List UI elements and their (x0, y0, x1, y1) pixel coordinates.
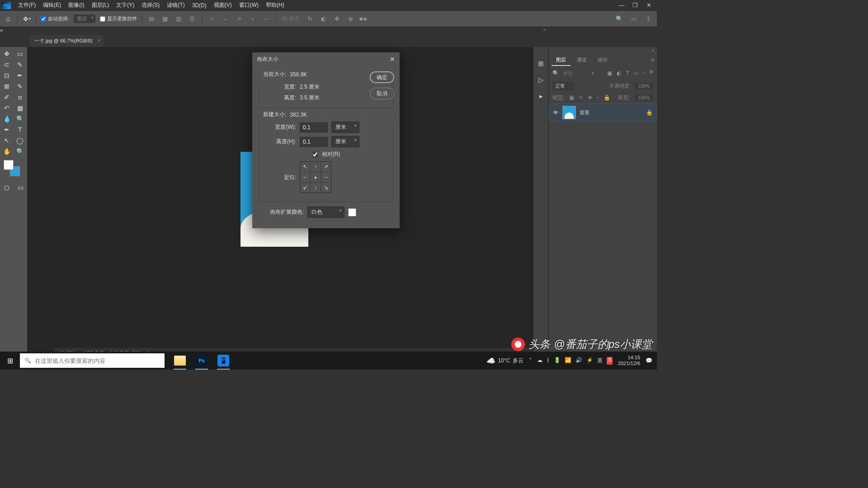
weather-widget[interactable]: ☁️ 10°C 多云 (486, 357, 524, 365)
zoom-tool-icon[interactable]: 🔍 (14, 146, 26, 156)
3d-camera-icon[interactable]: ■► (359, 14, 369, 24)
lock-icon[interactable]: 🔒 (646, 109, 653, 116)
gradient-tool-icon[interactable]: ▦ (14, 103, 26, 113)
menu-3d[interactable]: 3D(D) (189, 1, 210, 10)
menu-select[interactable]: 选择(S) (138, 0, 163, 10)
lasso-tool-icon[interactable]: ⊂ (1, 60, 13, 70)
lock-all-icon[interactable]: 🔒 (604, 94, 610, 101)
pen-tool-icon[interactable]: ✒ (1, 125, 13, 135)
search-input[interactable] (35, 357, 160, 364)
power-icon[interactable]: ⚡ (586, 357, 593, 365)
libraries-icon[interactable]: ⊞ (538, 60, 544, 68)
auto-select-target[interactable]: 图层 (74, 14, 95, 23)
layer-thumbnail[interactable] (562, 106, 576, 119)
start-button[interactable]: ⊞ (0, 352, 20, 370)
more-options-icon[interactable]: ⋯ (262, 14, 272, 24)
menu-help[interactable]: 帮助(H) (262, 0, 288, 10)
lock-artboard-icon[interactable]: ▫ (597, 94, 599, 101)
phone-link-app[interactable]: 📱 (213, 352, 233, 370)
show-transform-checkbox[interactable]: 显示变换控件 (100, 15, 137, 22)
align-justify-icon[interactable]: ☰ (187, 14, 197, 24)
windows-search[interactable]: 🔍 (20, 353, 165, 368)
ime-indicator[interactable]: 英 (597, 357, 603, 365)
auto-select-checkbox[interactable]: 自动选择: (41, 15, 69, 22)
distribute-icon[interactable]: ⫞ (247, 14, 257, 24)
frame-tool-icon[interactable]: ⊠ (1, 81, 13, 91)
align-middle-icon[interactable]: ⫠ (220, 14, 230, 24)
align-right-icon[interactable]: ▥ (174, 14, 184, 24)
type-tool-icon[interactable]: T (14, 125, 26, 135)
share-icon[interactable]: ⇪ (643, 14, 653, 24)
battery-icon[interactable]: 🔋 (554, 357, 561, 365)
bluetooth-icon[interactable]: ᛒ (547, 357, 550, 365)
anchor-s[interactable]: ↓ (311, 183, 321, 192)
panel-collapse-icon[interactable]: « (543, 27, 546, 32)
menu-type[interactable]: 文字(Y) (113, 0, 138, 10)
lock-pixels-icon[interactable]: ▣ (569, 94, 574, 101)
anchor-n[interactable]: ↑ (311, 162, 321, 172)
3d-roll-icon[interactable]: ◐ (318, 14, 328, 24)
tab-paths[interactable]: 路径 (593, 55, 612, 66)
workspace-icon[interactable]: ▭ (629, 14, 639, 24)
anchor-sw[interactable]: ↙ (300, 183, 310, 192)
menu-view[interactable]: 视图(V) (210, 0, 236, 10)
hand-tool-icon[interactable]: ✋ (1, 146, 13, 156)
eyedropper-tool-icon[interactable]: ✒ (14, 70, 26, 80)
path-select-icon[interactable]: ↖ (1, 136, 13, 145)
filter-adjust-icon[interactable]: ◐ (617, 70, 621, 76)
height-unit-select[interactable]: 厘米 (331, 136, 359, 147)
layer-row[interactable]: 👁 背景 🔒 (549, 103, 657, 122)
cancel-button[interactable]: 取消 (370, 88, 394, 99)
menu-file[interactable]: 文件(F) (14, 0, 39, 10)
layer-name[interactable]: 背景 (580, 109, 590, 116)
color-swatches[interactable] (1, 159, 26, 179)
visibility-icon[interactable]: 👁 (553, 109, 559, 116)
3d-pan-icon[interactable]: ✥ (332, 14, 342, 24)
notifications-icon[interactable]: 💬 (646, 357, 652, 364)
align-bottom-icon[interactable]: ⫡ (234, 14, 244, 24)
tab-chevron-icon[interactable]: « (0, 27, 657, 33)
wifi-icon[interactable]: 📶 (565, 357, 571, 365)
align-left-icon[interactable]: ▤ (146, 14, 156, 24)
file-explorer-app[interactable] (170, 352, 190, 370)
menu-filter[interactable]: 滤镜(T) (163, 0, 188, 10)
width-input[interactable] (300, 122, 328, 132)
dialog-close-icon[interactable]: ✕ (390, 56, 395, 63)
tab-channels[interactable]: 通道 (572, 55, 591, 66)
history-brush-icon[interactable]: ↶ (1, 103, 13, 113)
home-icon[interactable]: ⌂ (4, 14, 13, 23)
history-icon[interactable]: ▸ (539, 92, 543, 100)
dodge-tool-icon[interactable]: 🔍 (14, 114, 26, 124)
panel-menu-icon[interactable]: ≡ (651, 57, 654, 63)
filter-pixel-icon[interactable]: ▣ (607, 70, 612, 76)
tab-layers[interactable]: 图层 (552, 55, 571, 66)
screen-mode-icon[interactable]: ▭ (14, 183, 26, 192)
blur-tool-icon[interactable]: 💧 (1, 114, 13, 124)
filter-shape-icon[interactable]: ▭ (634, 70, 639, 76)
anchor-e[interactable]: → (321, 172, 331, 182)
anchor-c[interactable]: ● (311, 172, 321, 182)
tray-chevron-icon[interactable]: ˄ (529, 357, 532, 364)
onedrive-icon[interactable]: ☁ (537, 357, 542, 365)
clock[interactable]: 14:15 2021/12/6 (618, 355, 640, 366)
quick-select-tool-icon[interactable]: ✎ (14, 60, 26, 70)
window-restore-icon[interactable]: ❐ (629, 1, 642, 10)
lock-pos-icon[interactable]: ✥ (588, 94, 592, 101)
move-tool-icon[interactable]: ✥ (1, 49, 13, 59)
crop-tool-icon[interactable]: ⊡ (1, 70, 13, 80)
blend-mode-select[interactable]: 正常 (552, 82, 574, 90)
extension-color-swatch[interactable] (348, 208, 356, 216)
move-tool-icon[interactable]: ✥▾ (22, 14, 31, 23)
actions-icon[interactable]: ▷ (538, 76, 544, 84)
filter-toggle[interactable] (650, 70, 653, 74)
anchor-nw[interactable]: ↖ (300, 162, 310, 172)
window-minimize-icon[interactable]: — (615, 1, 628, 10)
brush-tool-icon[interactable]: ✐ (1, 92, 13, 102)
foreground-color[interactable] (4, 160, 14, 170)
window-close-icon[interactable]: ✕ (642, 1, 655, 10)
volume-icon[interactable]: 🔊 (576, 357, 582, 365)
quick-mask-icon[interactable]: ◻ (1, 183, 13, 192)
height-input[interactable] (300, 137, 328, 147)
marquee-tool-icon[interactable]: ▭ (14, 49, 26, 59)
sogou-icon[interactable]: S (607, 357, 613, 365)
